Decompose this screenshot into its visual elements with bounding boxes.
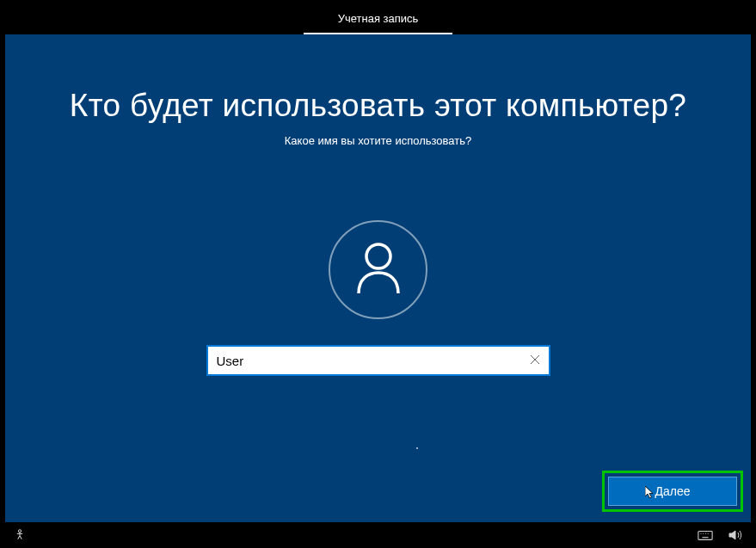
volume-icon[interactable]: [728, 529, 744, 541]
user-icon: [353, 242, 403, 299]
top-bar: Учетная запись: [0, 0, 756, 34]
avatar-placeholder: [329, 220, 427, 319]
tab-account[interactable]: Учетная запись: [304, 3, 453, 34]
decorative-dot: [416, 447, 418, 449]
close-icon: [530, 353, 540, 368]
svg-point-0: [366, 244, 390, 268]
page-subtitle: Какое имя вы хотите использовать?: [285, 134, 471, 147]
next-button[interactable]: Далее: [608, 477, 737, 506]
cursor-icon: [645, 486, 655, 499]
page-title: Кто будет использовать этот компьютер?: [70, 88, 686, 124]
next-button-highlight: Далее: [602, 471, 743, 512]
clear-input-button[interactable]: [528, 354, 542, 367]
name-input[interactable]: [217, 354, 528, 368]
bottom-bar: [0, 522, 756, 548]
name-input-container: [206, 345, 550, 376]
main-panel: Кто будет использовать этот компьютер? К…: [5, 34, 751, 522]
accessibility-icon[interactable]: [12, 529, 28, 541]
svg-point-3: [18, 530, 21, 533]
keyboard-icon[interactable]: [698, 529, 713, 541]
next-button-label: Далее: [655, 484, 690, 498]
svg-rect-4: [698, 532, 712, 540]
